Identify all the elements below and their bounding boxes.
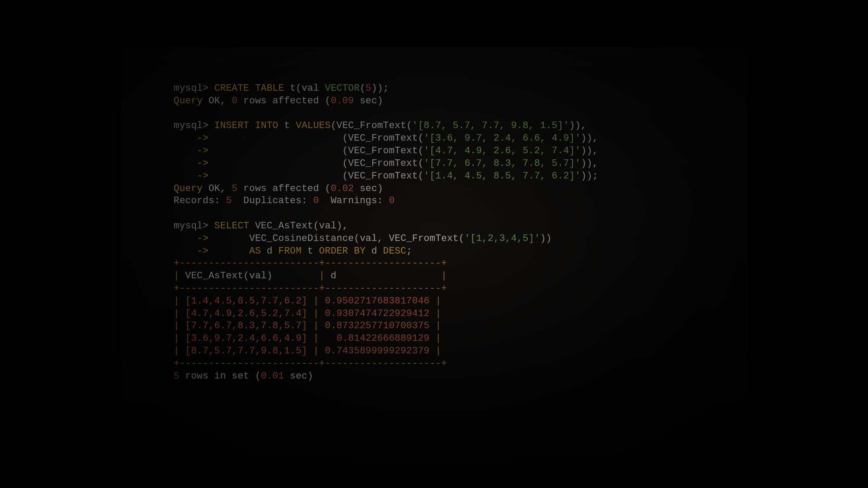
table-cell: [4.7,4.9,2.6,5.2,7.4] <box>185 308 307 319</box>
continuation-arrow: -> <box>174 233 208 244</box>
terminal-window: mysql> CREATE TABLE t(val VECTOR(5)); Qu… <box>122 48 746 488</box>
duplicates-label: Duplicates: <box>243 195 307 206</box>
continuation-arrow: -> <box>174 246 208 257</box>
warnings-label: Warnings: <box>331 195 383 206</box>
keyword-create: CREATE <box>214 83 249 94</box>
footer-rows-count: 5 <box>174 371 179 382</box>
mysql-prompt: mysql> <box>174 120 208 131</box>
table-cell: [3.6,9.7,2.4,6.6,4.9] <box>185 333 307 344</box>
table-name: t <box>290 83 296 94</box>
type-vector: VECTOR <box>325 83 360 94</box>
keyword-select: SELECT <box>214 221 249 231</box>
mysql-prompt: mysql> <box>174 83 208 94</box>
table-cell: 0.9502717683817046 <box>325 296 429 307</box>
keyword-from: FROM <box>278 246 302 257</box>
keyword-as: AS <box>249 246 261 257</box>
table-cell: 0.9307474722929412 <box>325 308 429 319</box>
table-border: +------------------------+--------------… <box>174 358 447 369</box>
continuation-arrow: -> <box>174 158 208 169</box>
records-label: Records: <box>174 195 220 206</box>
keyword-table: TABLE <box>255 83 284 94</box>
keyword-values: VALUES <box>296 120 330 131</box>
table-border: +------------------------+--------------… <box>174 258 447 269</box>
table-cell: [1.4,4.5,8.5,7.7,6.2] <box>185 296 307 307</box>
table-cell: 0.81422666889129 <box>325 333 429 344</box>
continuation-arrow: -> <box>174 145 208 156</box>
continuation-arrow: -> <box>174 133 208 144</box>
column-header-d: d <box>325 270 441 281</box>
table-cell: 0.7435899999292379 <box>325 346 429 356</box>
fn-cosine: VEC_CosineDistance <box>249 233 354 244</box>
mysql-prompt: mysql> <box>174 221 208 231</box>
fn-astext: VEC_AsText <box>255 221 313 231</box>
table-cell: [7.7,6.7,8.3,7.8,5.7] <box>185 320 307 331</box>
keyword-insert: INSERT <box>214 120 249 131</box>
fn-fromtext: VEC_FromText <box>336 120 406 131</box>
table-cell: 0.8732257710700375 <box>325 320 429 331</box>
keyword-by: BY <box>354 246 366 257</box>
query-ok-label: Query <box>174 183 203 194</box>
query-ok-label: Query <box>174 96 203 106</box>
keyword-desc: DESC <box>383 246 407 257</box>
table-border: +------------------------+--------------… <box>174 283 447 294</box>
keyword-into: INTO <box>255 120 279 131</box>
keyword-order: ORDER <box>319 246 348 257</box>
table-cell: [8.7,5.7,7.7,9.8,1.5] <box>185 346 307 356</box>
column-header-vec: VEC_AsText(val) <box>179 270 319 281</box>
terminal-output: mysql> CREATE TABLE t(val VECTOR(5)); Qu… <box>174 82 694 383</box>
continuation-arrow: -> <box>174 171 208 181</box>
